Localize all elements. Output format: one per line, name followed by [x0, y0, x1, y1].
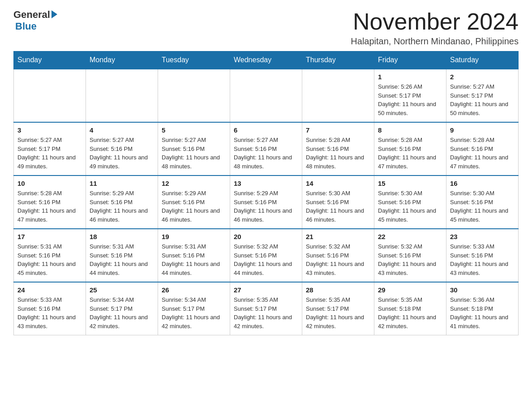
calendar-day-cell: 9Sunrise: 5:28 AMSunset: 5:16 PMDaylight… [446, 122, 519, 176]
calendar-day-cell: 30Sunrise: 5:36 AMSunset: 5:18 PMDayligh… [446, 282, 519, 335]
day-info: Sunrise: 5:28 AMSunset: 5:16 PMDaylight:… [378, 136, 442, 171]
logo: General Blue [13, 9, 57, 33]
calendar-day-cell: 2Sunrise: 5:27 AMSunset: 5:17 PMDaylight… [446, 69, 519, 122]
calendar-header-monday: Monday [86, 51, 158, 69]
day-number: 18 [90, 233, 154, 240]
day-info: Sunrise: 5:32 AMSunset: 5:16 PMDaylight:… [306, 242, 370, 277]
day-number: 20 [234, 233, 298, 240]
day-info: Sunrise: 5:26 AMSunset: 5:17 PMDaylight:… [378, 82, 442, 117]
day-number: 8 [378, 126, 442, 134]
calendar-header-thursday: Thursday [302, 51, 374, 69]
page-header: General Blue November 2024 Halapitan, No… [13, 9, 519, 47]
calendar-day-cell: 18Sunrise: 5:31 AMSunset: 5:16 PMDayligh… [86, 229, 158, 282]
calendar-day-cell [86, 69, 158, 122]
day-number: 4 [90, 126, 154, 134]
day-number: 24 [17, 286, 82, 294]
calendar-header-friday: Friday [374, 51, 446, 69]
calendar-day-cell: 15Sunrise: 5:30 AMSunset: 5:16 PMDayligh… [374, 176, 446, 229]
day-info: Sunrise: 5:34 AMSunset: 5:17 PMDaylight:… [162, 295, 226, 330]
day-info: Sunrise: 5:34 AMSunset: 5:17 PMDaylight:… [90, 295, 154, 330]
day-info: Sunrise: 5:33 AMSunset: 5:16 PMDaylight:… [17, 295, 82, 330]
calendar-day-cell: 16Sunrise: 5:30 AMSunset: 5:16 PMDayligh… [446, 176, 519, 229]
calendar-table: SundayMondayTuesdayWednesdayThursdayFrid… [13, 51, 519, 335]
calendar-day-cell: 1Sunrise: 5:26 AMSunset: 5:17 PMDaylight… [374, 69, 446, 122]
calendar-day-cell: 6Sunrise: 5:27 AMSunset: 5:16 PMDaylight… [230, 122, 302, 176]
day-number: 12 [162, 180, 226, 187]
day-number: 10 [17, 180, 82, 187]
day-number: 21 [306, 233, 370, 240]
day-info: Sunrise: 5:29 AMSunset: 5:16 PMDaylight:… [90, 189, 154, 224]
day-info: Sunrise: 5:27 AMSunset: 5:17 PMDaylight:… [17, 136, 82, 171]
logo-triangle-icon [51, 10, 57, 18]
calendar-day-cell: 5Sunrise: 5:27 AMSunset: 5:16 PMDaylight… [158, 122, 230, 176]
calendar-day-cell: 26Sunrise: 5:34 AMSunset: 5:17 PMDayligh… [158, 282, 230, 335]
day-number: 3 [17, 126, 82, 134]
calendar-day-cell: 19Sunrise: 5:31 AMSunset: 5:16 PMDayligh… [158, 229, 230, 282]
calendar-day-cell: 17Sunrise: 5:31 AMSunset: 5:16 PMDayligh… [14, 229, 86, 282]
calendar-day-cell: 7Sunrise: 5:28 AMSunset: 5:16 PMDaylight… [302, 122, 374, 176]
day-info: Sunrise: 5:28 AMSunset: 5:16 PMDaylight:… [450, 136, 515, 171]
calendar-day-cell: 21Sunrise: 5:32 AMSunset: 5:16 PMDayligh… [302, 229, 374, 282]
calendar-day-cell: 24Sunrise: 5:33 AMSunset: 5:16 PMDayligh… [14, 282, 86, 335]
calendar-day-cell: 4Sunrise: 5:27 AMSunset: 5:16 PMDaylight… [86, 122, 158, 176]
calendar-header-saturday: Saturday [446, 51, 519, 69]
day-info: Sunrise: 5:27 AMSunset: 5:16 PMDaylight:… [162, 136, 226, 171]
calendar-day-cell: 12Sunrise: 5:29 AMSunset: 5:16 PMDayligh… [158, 176, 230, 229]
day-info: Sunrise: 5:27 AMSunset: 5:17 PMDaylight:… [450, 82, 515, 117]
day-info: Sunrise: 5:27 AMSunset: 5:16 PMDaylight:… [90, 136, 154, 171]
calendar-week-row: 10Sunrise: 5:28 AMSunset: 5:16 PMDayligh… [14, 176, 519, 229]
day-info: Sunrise: 5:35 AMSunset: 5:17 PMDaylight:… [234, 295, 298, 330]
day-info: Sunrise: 5:31 AMSunset: 5:16 PMDaylight:… [90, 242, 154, 277]
logo-general-text: General [13, 9, 50, 21]
calendar-header-sunday: Sunday [14, 51, 86, 69]
calendar-day-cell: 8Sunrise: 5:28 AMSunset: 5:16 PMDaylight… [374, 122, 446, 176]
day-info: Sunrise: 5:32 AMSunset: 5:16 PMDaylight:… [234, 242, 298, 277]
day-info: Sunrise: 5:30 AMSunset: 5:16 PMDaylight:… [450, 189, 515, 224]
day-info: Sunrise: 5:27 AMSunset: 5:16 PMDaylight:… [234, 136, 298, 171]
day-number: 26 [162, 286, 226, 294]
calendar-day-cell [302, 69, 374, 122]
calendar-day-cell: 27Sunrise: 5:35 AMSunset: 5:17 PMDayligh… [230, 282, 302, 335]
day-info: Sunrise: 5:29 AMSunset: 5:16 PMDaylight:… [162, 189, 226, 224]
calendar-day-cell: 13Sunrise: 5:29 AMSunset: 5:16 PMDayligh… [230, 176, 302, 229]
day-info: Sunrise: 5:30 AMSunset: 5:16 PMDaylight:… [306, 189, 370, 224]
day-info: Sunrise: 5:28 AMSunset: 5:16 PMDaylight:… [17, 189, 82, 224]
calendar-day-cell: 20Sunrise: 5:32 AMSunset: 5:16 PMDayligh… [230, 229, 302, 282]
day-info: Sunrise: 5:28 AMSunset: 5:16 PMDaylight:… [306, 136, 370, 171]
day-number: 1 [378, 73, 442, 81]
calendar-week-row: 3Sunrise: 5:27 AMSunset: 5:17 PMDaylight… [14, 122, 519, 176]
calendar-header-row: SundayMondayTuesdayWednesdayThursdayFrid… [14, 51, 519, 69]
location-subtitle: Halapitan, Northern Mindanao, Philippine… [351, 36, 519, 47]
calendar-day-cell: 28Sunrise: 5:35 AMSunset: 5:17 PMDayligh… [302, 282, 374, 335]
day-number: 14 [306, 180, 370, 187]
month-title: November 2024 [351, 9, 519, 34]
day-number: 29 [378, 286, 442, 294]
calendar-day-cell: 3Sunrise: 5:27 AMSunset: 5:17 PMDaylight… [14, 122, 86, 176]
calendar-day-cell: 14Sunrise: 5:30 AMSunset: 5:16 PMDayligh… [302, 176, 374, 229]
day-number: 19 [162, 233, 226, 240]
day-number: 30 [450, 286, 515, 294]
day-info: Sunrise: 5:32 AMSunset: 5:16 PMDaylight:… [378, 242, 442, 277]
calendar-header-tuesday: Tuesday [158, 51, 230, 69]
calendar-day-cell: 25Sunrise: 5:34 AMSunset: 5:17 PMDayligh… [86, 282, 158, 335]
day-number: 6 [234, 126, 298, 134]
calendar-day-cell [14, 69, 86, 122]
calendar-week-row: 1Sunrise: 5:26 AMSunset: 5:17 PMDaylight… [14, 69, 519, 122]
day-number: 23 [450, 233, 515, 240]
title-block: November 2024 Halapitan, Northern Mindan… [351, 9, 519, 47]
day-number: 2 [450, 73, 515, 81]
day-number: 16 [450, 180, 515, 187]
day-number: 13 [234, 180, 298, 187]
day-info: Sunrise: 5:35 AMSunset: 5:18 PMDaylight:… [378, 295, 442, 330]
day-info: Sunrise: 5:29 AMSunset: 5:16 PMDaylight:… [234, 189, 298, 224]
day-number: 15 [378, 180, 442, 187]
day-info: Sunrise: 5:31 AMSunset: 5:16 PMDaylight:… [17, 242, 82, 277]
calendar-week-row: 24Sunrise: 5:33 AMSunset: 5:16 PMDayligh… [14, 282, 519, 335]
day-number: 22 [378, 233, 442, 240]
logo-blue-text: Blue [13, 21, 57, 32]
day-number: 11 [90, 180, 154, 187]
day-number: 27 [234, 286, 298, 294]
calendar-day-cell: 11Sunrise: 5:29 AMSunset: 5:16 PMDayligh… [86, 176, 158, 229]
calendar-header-wednesday: Wednesday [230, 51, 302, 69]
day-info: Sunrise: 5:30 AMSunset: 5:16 PMDaylight:… [378, 189, 442, 224]
